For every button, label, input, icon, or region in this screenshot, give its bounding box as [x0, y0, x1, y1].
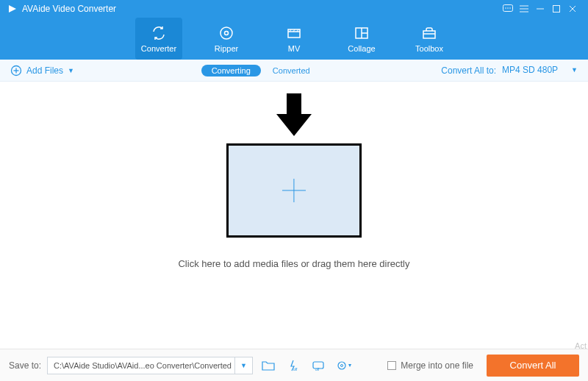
svg-rect-9 [553, 6, 560, 13]
nav-collage[interactable]: Collage [338, 18, 385, 60]
save-to-label: Save to: [9, 360, 41, 371]
app-title: AVAide Video Converter [22, 4, 116, 14]
svg-point-2 [505, 7, 506, 9]
convert-all-button[interactable]: Convert All [487, 355, 579, 377]
add-files-button[interactable]: Add Files ▼ [10, 65, 74, 76]
feedback-icon[interactable] [500, 1, 516, 17]
svg-point-12 [220, 27, 232, 39]
app-logo-icon [7, 4, 18, 14]
ripper-icon [218, 25, 234, 41]
merge-checkbox[interactable]: Merge into one file [387, 360, 473, 371]
plus-icon [282, 179, 306, 202]
toolbox-icon [421, 25, 437, 41]
svg-text:off: off [315, 367, 320, 371]
convert-all-to-label: Convert All to: [441, 65, 496, 76]
svg-text:off: off [293, 367, 298, 371]
nav-label: Collage [348, 44, 375, 53]
close-icon[interactable] [564, 1, 581, 17]
svg-point-31 [340, 364, 343, 366]
svg-point-30 [338, 362, 345, 369]
add-files-label: Add Files [26, 65, 63, 76]
menu-icon[interactable] [516, 1, 532, 17]
svg-marker-0 [9, 5, 16, 13]
sub-bar: Add Files ▼ Converting Converted Convert… [0, 60, 588, 82]
collage-icon [354, 25, 370, 41]
nav-label: Converter [141, 44, 176, 53]
svg-rect-22 [423, 31, 435, 38]
svg-point-3 [507, 7, 509, 9]
hardware-accel-icon[interactable]: off [284, 357, 303, 374]
bottom-bar: Save to: C:\AVAide Studio\AVAid...eo Con… [0, 349, 588, 381]
output-format: MP4 SD 480P [502, 65, 558, 75]
svg-point-4 [509, 7, 511, 9]
plus-circle-icon [10, 65, 22, 76]
nav-converter[interactable]: Converter [135, 18, 182, 60]
tab-converted[interactable]: Converted [268, 65, 315, 76]
mv-icon [286, 25, 302, 41]
main-nav: Converter Ripper MV Collage Toolbox [0, 18, 588, 60]
minimize-icon[interactable] [532, 1, 548, 17]
convert-all-to[interactable]: Convert All to: MP4 SD 480P ▼ [441, 65, 578, 76]
nav-ripper[interactable]: Ripper [203, 18, 250, 60]
nav-toolbox[interactable]: Toolbox [406, 18, 453, 60]
chevron-down-icon: ▼ [68, 67, 74, 74]
nav-label: MV [288, 44, 301, 53]
save-path-field[interactable]: C:\AVAide Studio\AVAid...eo Converter\Co… [47, 357, 235, 374]
main-area: Click here to add media files or drag th… [0, 82, 588, 349]
maximize-icon[interactable] [548, 1, 564, 17]
nav-mv[interactable]: MV [270, 18, 318, 60]
save-path-dropdown[interactable]: ▼ [235, 357, 253, 374]
svg-point-13 [225, 31, 229, 35]
chevron-down-icon: ▼ [571, 66, 578, 74]
nav-label: Toolbox [415, 44, 443, 53]
checkbox-icon [387, 361, 396, 370]
high-speed-icon[interactable]: off [309, 357, 328, 374]
title-bar: AVAide Video Converter [0, 0, 588, 18]
merge-label: Merge into one file [401, 360, 473, 371]
drop-hint: Click here to add media files or drag th… [178, 258, 409, 269]
converter-icon [151, 25, 167, 41]
settings-icon[interactable]: ▾ [334, 357, 353, 374]
drop-zone[interactable] [226, 143, 362, 238]
nav-label: Ripper [215, 44, 238, 53]
arrow-down-icon [273, 92, 315, 138]
open-folder-icon[interactable] [259, 357, 278, 374]
tab-converting[interactable]: Converting [201, 65, 261, 76]
